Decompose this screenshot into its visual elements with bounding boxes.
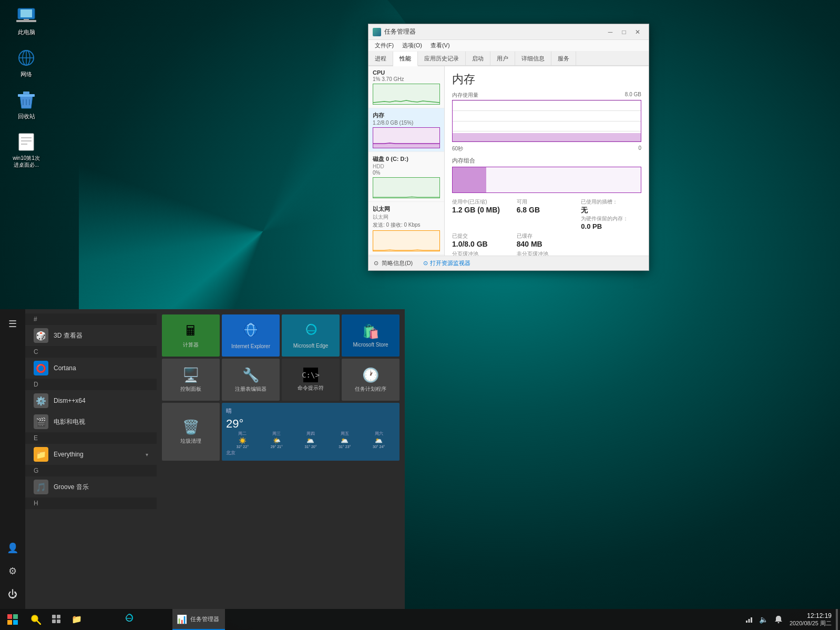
cleanup-tile-label: 垃圾清理: [180, 438, 201, 445]
explorer-taskbar-icon: 📁: [71, 614, 82, 624]
tm-left-panel: CPU 1% 3.70 GHz 内存 1.2/8.0 GB (15%): [368, 66, 445, 256]
sm-cortana-label: Cortana: [54, 364, 148, 372]
sm-hamburger-icon[interactable]: ☰: [2, 313, 23, 334]
footer-monitor-icon: ⊙: [423, 260, 428, 267]
svg-rect-18: [7, 614, 12, 619]
stat-available: 可用 6.8 GB: [517, 198, 577, 230]
tm-tab-performance[interactable]: 性能: [393, 52, 418, 66]
edge-tile-label: Microsoft Edge: [293, 343, 329, 349]
tm-simple-info[interactable]: 简略信息(D): [382, 259, 413, 267]
tm-resource-disk[interactable]: 磁盘 0 (C: D:) HDD 0%: [368, 152, 444, 202]
sm-everything-icon: 📁: [34, 447, 48, 462]
tm-footer-left[interactable]: ⊙ 简略信息(D): [374, 259, 413, 267]
tm-tab-apphistory[interactable]: 应用历史记录: [418, 52, 466, 65]
sm-tile-taskscheduler[interactable]: 🕐 任务计划程序: [342, 359, 399, 401]
weather-forecast: 周二 ☀️ 32° 22° 周三 🌤️ 29° 21° 周四 🌥️: [226, 431, 395, 449]
taskbar-volume-icon[interactable]: 🔈: [757, 609, 771, 630]
sm-tile-weather[interactable]: 晴 29° 周二 ☀️ 32° 22° 周三 🌤️ 29° 21°: [222, 403, 399, 461]
tm-net-type: 以太网: [373, 214, 440, 221]
tm-mem-sub: 1.2/8.0 GB (15%): [373, 120, 440, 126]
svg-rect-1: [21, 9, 32, 17]
tm-maximize-btn[interactable]: □: [617, 26, 631, 38]
svg-line-23: [37, 621, 40, 624]
taskmanager-taskbar-icon: 📊: [177, 614, 187, 624]
controlpanel-tile-label: 控制面板: [180, 385, 201, 393]
sm-app-groove[interactable]: 🎵 Groove 音乐: [25, 476, 157, 497]
chart-time-right: 0: [638, 145, 641, 153]
search-button[interactable]: [25, 609, 46, 630]
taskbar-network-icon[interactable]: [742, 609, 756, 630]
svg-rect-20: [7, 620, 12, 625]
weather-city: 北京: [226, 450, 395, 456]
desktop-icon-note[interactable]: win10第1次 进桌面必...: [5, 131, 47, 168]
tm-footer-right[interactable]: ⊙ 打开资源监视器: [423, 259, 470, 267]
sm-groove-icon: 🎵: [34, 480, 48, 494]
sm-user-icon[interactable]: 👤: [2, 537, 23, 558]
sm-tile-ie[interactable]: Internet Explorer: [222, 314, 280, 357]
grid-line-2: [453, 110, 641, 111]
sm-tile-store[interactable]: 🛍️ Microsoft Store: [342, 314, 399, 357]
stat-slots-label: 已使用的插槽：: [581, 198, 641, 206]
sm-power-icon[interactable]: ⏻: [2, 584, 23, 605]
sm-tile-cmd[interactable]: C:\> 命令提示符: [282, 359, 340, 401]
weather-condition: 晴: [226, 407, 395, 415]
stat-nonpaged-pool: 非分页缓冲池 50.3 MB: [517, 250, 577, 256]
sm-tiles: 🖩 计算器 Internet Explorer: [157, 309, 405, 609]
forecast-day-name-2: 周四: [306, 431, 315, 436]
note-label: win10第1次 进桌面必...: [13, 155, 40, 168]
sm-tile-cleanup[interactable]: 🗑️ 垃圾清理: [162, 403, 220, 461]
sm-app-3d[interactable]: 🎲 3D 查看器: [25, 325, 157, 346]
taskbar-right: 🔈 12:12:19 2020/08/25 周二: [742, 609, 840, 630]
grid-line-3: [453, 121, 641, 121]
sm-sidebar: ☰ 👤 ⚙ ⏻: [0, 309, 25, 609]
start-button[interactable]: [0, 609, 25, 630]
tm-menu-view[interactable]: 查看(V): [426, 40, 454, 50]
sm-app-cortana[interactable]: ⭕ Cortana: [25, 358, 157, 379]
tm-tab-services[interactable]: 服务: [551, 52, 576, 65]
weather-temp: 29°: [226, 417, 395, 431]
sm-app-movies[interactable]: 🎬 电影和电视: [25, 411, 157, 432]
tm-chart-label-row: 内存使用量 8.0 GB: [452, 92, 641, 99]
sm-section-c: C: [25, 346, 157, 358]
taskview-icon[interactable]: [46, 609, 67, 630]
svg-rect-19: [13, 614, 18, 619]
tm-tab-startup[interactable]: 启动: [466, 52, 490, 65]
desktop-icon-network[interactable]: 网络: [5, 47, 47, 78]
taskbar-notification-icon[interactable]: [772, 609, 785, 630]
sm-tile-edge[interactable]: Microsoft Edge: [282, 314, 340, 357]
tm-close-btn[interactable]: ✕: [631, 26, 644, 38]
tm-tabs: 进程 性能 应用历史记录 启动 用户 详细信息 服务: [368, 52, 649, 66]
tm-resource-cpu[interactable]: CPU 1% 3.70 GHz: [368, 66, 444, 108]
taskbar-app-explorer[interactable]: 📁: [67, 609, 120, 630]
sm-tile-controlpanel[interactable]: 🖥️ 控制面板: [162, 359, 220, 401]
forecast-icon-4: 🌥️: [375, 437, 383, 444]
sm-app-everything[interactable]: 📁 Everything ▾: [25, 444, 157, 465]
tm-app-icon: [373, 28, 381, 36]
tm-tab-details[interactable]: 详细信息: [515, 52, 551, 65]
sm-tile-calc[interactable]: 🖩 计算器: [162, 314, 220, 357]
stat-nonpaged-label: 非分页缓冲池: [517, 250, 577, 256]
sm-app-dism[interactable]: ⚙️ Dism++x64: [25, 390, 157, 411]
svg-rect-32: [777, 622, 779, 623]
taskbar-app-taskmanager[interactable]: 📊 任务管理器: [172, 609, 225, 630]
desktop-icon-recycle[interactable]: 回收站: [5, 89, 47, 120]
taskbar-show-desktop[interactable]: [836, 609, 838, 630]
taskbar-app-edge[interactable]: [120, 609, 172, 630]
tm-minimize-btn[interactable]: ─: [603, 26, 617, 38]
taskbar-clock[interactable]: 12:12:19 2020/08/25 周二: [786, 609, 835, 630]
tm-tab-process[interactable]: 进程: [368, 52, 393, 65]
forecast-icon-1: 🌤️: [273, 437, 281, 444]
desktop-icon-this-pc[interactable]: 此电脑: [5, 5, 47, 36]
forecast-temps-4: 30° 24°: [373, 445, 385, 449]
tm-menu-options[interactable]: 选项(O): [398, 40, 426, 50]
tm-open-monitor[interactable]: 打开资源监视器: [430, 259, 470, 267]
sm-tile-regedit[interactable]: 🔧 注册表编辑器: [222, 359, 280, 401]
tm-titlebar[interactable]: 任务管理器 ─ □ ✕: [368, 24, 649, 40]
tm-menu-file[interactable]: 文件(F): [371, 40, 398, 50]
tm-tab-users[interactable]: 用户: [490, 52, 515, 65]
sm-settings-icon[interactable]: ⚙: [2, 561, 23, 582]
tm-resource-net[interactable]: 以太网 以太网 发送: 0 接收: 0 Kbps: [368, 202, 444, 255]
forecast-temps-3: 31° 23°: [339, 445, 351, 449]
forecast-day-1: 周三 🌤️ 29° 21°: [260, 431, 293, 449]
tm-resource-mem[interactable]: 内存 1.2/8.0 GB (15%): [368, 108, 444, 152]
